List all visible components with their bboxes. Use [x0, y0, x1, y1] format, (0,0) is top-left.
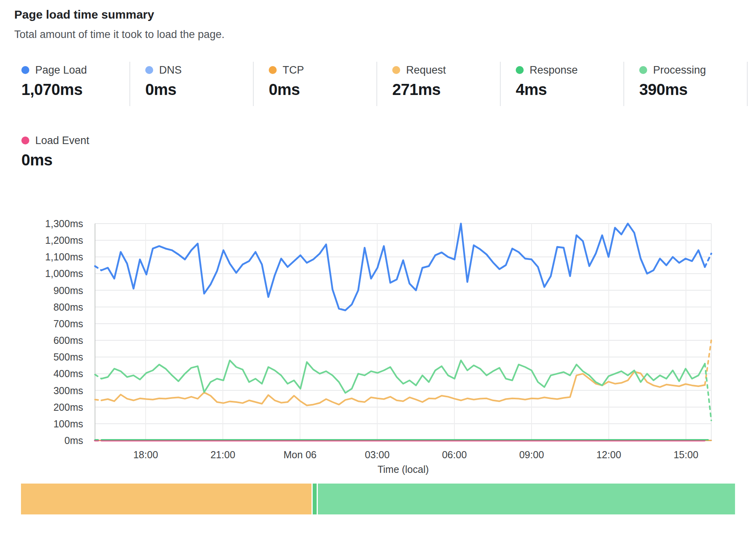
axis-tick-label: 600ms: [53, 335, 83, 346]
timeline-segment-ok[interactable]: [318, 484, 735, 514]
chart-series-line: [705, 254, 711, 267]
axis-tick-label: 400ms: [53, 368, 83, 379]
chart-series-line: [705, 364, 711, 420]
axis-tick-label: 100ms: [53, 418, 83, 429]
page-load-summary-panel: Page load time summary Total amount of t…: [0, 0, 756, 535]
load-time-chart[interactable]: 0ms100ms200ms300ms400ms500ms600ms700ms80…: [0, 0, 756, 535]
chart-series-line: [101, 360, 705, 393]
axis-tick-label: 500ms: [53, 351, 83, 362]
axis-tick-label: Mon 06: [283, 449, 316, 460]
axis-tick-label: 15:00: [674, 449, 699, 460]
chart-series-line: [95, 400, 101, 400]
axis-tick-label: 0ms: [65, 435, 83, 446]
axis-tick-label: Time (local): [378, 464, 429, 475]
axis-tick-label: 12:00: [596, 449, 621, 460]
axis-tick-label: 03:00: [365, 449, 390, 460]
axis-tick-label: 1,000ms: [45, 268, 83, 279]
axis-tick-label: 1,200ms: [45, 235, 83, 246]
axis-tick-label: 1,300ms: [45, 218, 83, 229]
axis-tick-label: 18:00: [133, 449, 158, 460]
axis-tick-label: 1,100ms: [45, 251, 83, 262]
axis-tick-label: 21:00: [211, 449, 236, 460]
axis-tick-label: 200ms: [53, 402, 83, 413]
axis-tick-label: 700ms: [53, 318, 83, 329]
axis-tick-label: 09:00: [519, 449, 544, 460]
chart-series-line: [101, 224, 705, 310]
axis-tick-label: 800ms: [53, 302, 83, 313]
chart-series-line: [95, 266, 101, 271]
chart-series-line: [95, 375, 101, 379]
timeline-segment-ok[interactable]: [313, 484, 317, 514]
axis-tick-label: 300ms: [53, 385, 83, 396]
axis-tick-label: 06:00: [442, 449, 467, 460]
timeline-segment-degraded[interactable]: [21, 484, 312, 514]
axis-tick-label: 900ms: [53, 285, 83, 296]
status-timeline-bar: [21, 484, 735, 514]
chart-series-line: [101, 372, 705, 405]
